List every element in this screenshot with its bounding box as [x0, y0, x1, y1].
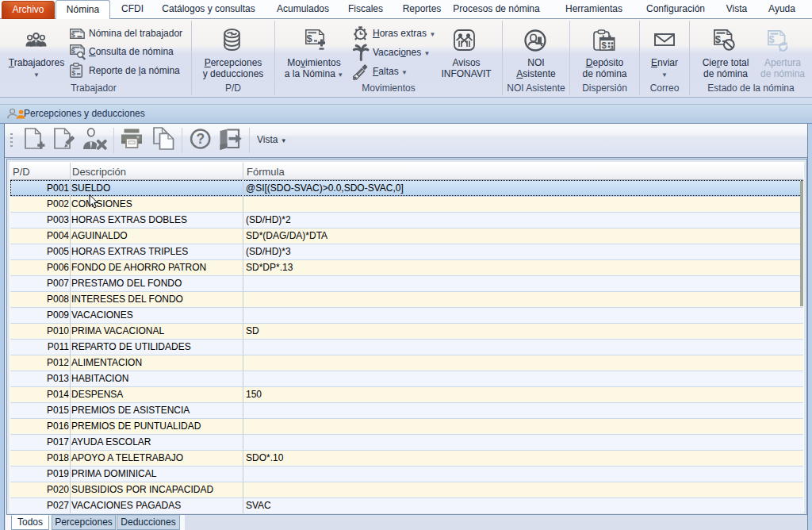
svg-text:$: $ [307, 33, 313, 44]
svg-text:?: ? [197, 131, 205, 147]
svg-text:$: $ [72, 69, 76, 77]
svg-text:$: $ [71, 31, 75, 39]
svg-text:$: $ [71, 47, 75, 55]
svg-text:$: $ [601, 40, 607, 50]
svg-text:$: $ [715, 33, 722, 45]
svg-text:$: $ [769, 34, 775, 45]
